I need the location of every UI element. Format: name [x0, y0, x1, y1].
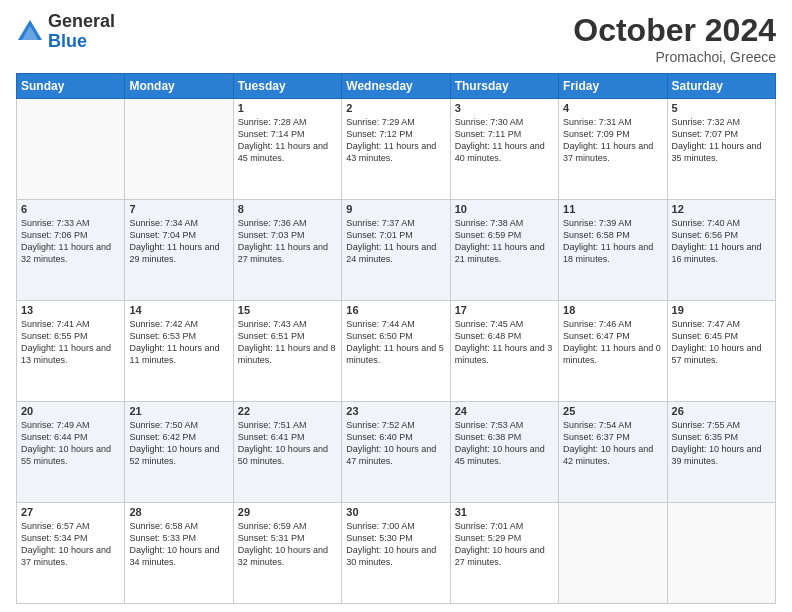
table-row: 13Sunrise: 7:41 AM Sunset: 6:55 PM Dayli… — [17, 301, 125, 402]
col-sunday: Sunday — [17, 74, 125, 99]
day-number: 21 — [129, 405, 228, 417]
table-row: 19Sunrise: 7:47 AM Sunset: 6:45 PM Dayli… — [667, 301, 775, 402]
day-content: Sunrise: 7:00 AM Sunset: 5:30 PM Dayligh… — [346, 520, 445, 569]
table-row: 31Sunrise: 7:01 AM Sunset: 5:29 PM Dayli… — [450, 503, 558, 604]
table-row: 20Sunrise: 7:49 AM Sunset: 6:44 PM Dayli… — [17, 402, 125, 503]
table-row: 22Sunrise: 7:51 AM Sunset: 6:41 PM Dayli… — [233, 402, 341, 503]
day-content: Sunrise: 7:37 AM Sunset: 7:01 PM Dayligh… — [346, 217, 445, 266]
col-thursday: Thursday — [450, 74, 558, 99]
calendar-week-row: 13Sunrise: 7:41 AM Sunset: 6:55 PM Dayli… — [17, 301, 776, 402]
month-year: October 2024 — [573, 12, 776, 49]
day-number: 1 — [238, 102, 337, 114]
table-row — [667, 503, 775, 604]
day-number: 6 — [21, 203, 120, 215]
table-row: 28Sunrise: 6:58 AM Sunset: 5:33 PM Dayli… — [125, 503, 233, 604]
day-number: 14 — [129, 304, 228, 316]
table-row — [559, 503, 667, 604]
day-content: Sunrise: 7:39 AM Sunset: 6:58 PM Dayligh… — [563, 217, 662, 266]
day-number: 23 — [346, 405, 445, 417]
day-number: 25 — [563, 405, 662, 417]
day-number: 31 — [455, 506, 554, 518]
day-number: 28 — [129, 506, 228, 518]
table-row: 10Sunrise: 7:38 AM Sunset: 6:59 PM Dayli… — [450, 200, 558, 301]
col-tuesday: Tuesday — [233, 74, 341, 99]
table-row: 21Sunrise: 7:50 AM Sunset: 6:42 PM Dayli… — [125, 402, 233, 503]
col-wednesday: Wednesday — [342, 74, 450, 99]
calendar-table: Sunday Monday Tuesday Wednesday Thursday… — [16, 73, 776, 604]
day-number: 27 — [21, 506, 120, 518]
day-content: Sunrise: 6:59 AM Sunset: 5:31 PM Dayligh… — [238, 520, 337, 569]
logo-icon — [16, 18, 44, 46]
table-row: 25Sunrise: 7:54 AM Sunset: 6:37 PM Dayli… — [559, 402, 667, 503]
day-number: 3 — [455, 102, 554, 114]
day-number: 15 — [238, 304, 337, 316]
table-row: 5Sunrise: 7:32 AM Sunset: 7:07 PM Daylig… — [667, 99, 775, 200]
day-content: Sunrise: 7:28 AM Sunset: 7:14 PM Dayligh… — [238, 116, 337, 165]
calendar-week-row: 6Sunrise: 7:33 AM Sunset: 7:06 PM Daylig… — [17, 200, 776, 301]
day-number: 5 — [672, 102, 771, 114]
calendar-week-row: 20Sunrise: 7:49 AM Sunset: 6:44 PM Dayli… — [17, 402, 776, 503]
day-content: Sunrise: 7:45 AM Sunset: 6:48 PM Dayligh… — [455, 318, 554, 367]
table-row: 4Sunrise: 7:31 AM Sunset: 7:09 PM Daylig… — [559, 99, 667, 200]
table-row: 18Sunrise: 7:46 AM Sunset: 6:47 PM Dayli… — [559, 301, 667, 402]
page: General Blue October 2024 Promachoi, Gre… — [0, 0, 792, 612]
location: Promachoi, Greece — [573, 49, 776, 65]
day-number: 29 — [238, 506, 337, 518]
header: General Blue October 2024 Promachoi, Gre… — [16, 12, 776, 65]
col-friday: Friday — [559, 74, 667, 99]
day-content: Sunrise: 7:36 AM Sunset: 7:03 PM Dayligh… — [238, 217, 337, 266]
day-content: Sunrise: 7:44 AM Sunset: 6:50 PM Dayligh… — [346, 318, 445, 367]
day-content: Sunrise: 7:41 AM Sunset: 6:55 PM Dayligh… — [21, 318, 120, 367]
day-number: 13 — [21, 304, 120, 316]
day-content: Sunrise: 7:52 AM Sunset: 6:40 PM Dayligh… — [346, 419, 445, 468]
day-number: 20 — [21, 405, 120, 417]
day-number: 17 — [455, 304, 554, 316]
logo-general: General — [48, 12, 115, 32]
day-number: 18 — [563, 304, 662, 316]
day-number: 2 — [346, 102, 445, 114]
day-number: 12 — [672, 203, 771, 215]
day-content: Sunrise: 7:47 AM Sunset: 6:45 PM Dayligh… — [672, 318, 771, 367]
day-number: 8 — [238, 203, 337, 215]
day-content: Sunrise: 6:58 AM Sunset: 5:33 PM Dayligh… — [129, 520, 228, 569]
table-row: 6Sunrise: 7:33 AM Sunset: 7:06 PM Daylig… — [17, 200, 125, 301]
day-number: 22 — [238, 405, 337, 417]
table-row: 29Sunrise: 6:59 AM Sunset: 5:31 PM Dayli… — [233, 503, 341, 604]
day-content: Sunrise: 7:55 AM Sunset: 6:35 PM Dayligh… — [672, 419, 771, 468]
day-number: 4 — [563, 102, 662, 114]
col-saturday: Saturday — [667, 74, 775, 99]
table-row: 17Sunrise: 7:45 AM Sunset: 6:48 PM Dayli… — [450, 301, 558, 402]
logo: General Blue — [16, 12, 115, 52]
day-content: Sunrise: 6:57 AM Sunset: 5:34 PM Dayligh… — [21, 520, 120, 569]
table-row: 26Sunrise: 7:55 AM Sunset: 6:35 PM Dayli… — [667, 402, 775, 503]
day-content: Sunrise: 7:42 AM Sunset: 6:53 PM Dayligh… — [129, 318, 228, 367]
day-number: 10 — [455, 203, 554, 215]
table-row: 2Sunrise: 7:29 AM Sunset: 7:12 PM Daylig… — [342, 99, 450, 200]
day-number: 26 — [672, 405, 771, 417]
table-row: 7Sunrise: 7:34 AM Sunset: 7:04 PM Daylig… — [125, 200, 233, 301]
day-number: 11 — [563, 203, 662, 215]
table-row — [125, 99, 233, 200]
table-row: 12Sunrise: 7:40 AM Sunset: 6:56 PM Dayli… — [667, 200, 775, 301]
table-row: 3Sunrise: 7:30 AM Sunset: 7:11 PM Daylig… — [450, 99, 558, 200]
table-row: 11Sunrise: 7:39 AM Sunset: 6:58 PM Dayli… — [559, 200, 667, 301]
day-content: Sunrise: 7:54 AM Sunset: 6:37 PM Dayligh… — [563, 419, 662, 468]
day-content: Sunrise: 7:51 AM Sunset: 6:41 PM Dayligh… — [238, 419, 337, 468]
logo-text: General Blue — [48, 12, 115, 52]
table-row: 24Sunrise: 7:53 AM Sunset: 6:38 PM Dayli… — [450, 402, 558, 503]
day-content: Sunrise: 7:29 AM Sunset: 7:12 PM Dayligh… — [346, 116, 445, 165]
table-row: 8Sunrise: 7:36 AM Sunset: 7:03 PM Daylig… — [233, 200, 341, 301]
calendar-week-row: 27Sunrise: 6:57 AM Sunset: 5:34 PM Dayli… — [17, 503, 776, 604]
table-row: 14Sunrise: 7:42 AM Sunset: 6:53 PM Dayli… — [125, 301, 233, 402]
day-content: Sunrise: 7:40 AM Sunset: 6:56 PM Dayligh… — [672, 217, 771, 266]
day-content: Sunrise: 7:34 AM Sunset: 7:04 PM Dayligh… — [129, 217, 228, 266]
day-content: Sunrise: 7:30 AM Sunset: 7:11 PM Dayligh… — [455, 116, 554, 165]
table-row: 9Sunrise: 7:37 AM Sunset: 7:01 PM Daylig… — [342, 200, 450, 301]
day-number: 7 — [129, 203, 228, 215]
day-content: Sunrise: 7:31 AM Sunset: 7:09 PM Dayligh… — [563, 116, 662, 165]
day-content: Sunrise: 7:43 AM Sunset: 6:51 PM Dayligh… — [238, 318, 337, 367]
calendar-week-row: 1Sunrise: 7:28 AM Sunset: 7:14 PM Daylig… — [17, 99, 776, 200]
logo-blue: Blue — [48, 32, 115, 52]
day-content: Sunrise: 7:01 AM Sunset: 5:29 PM Dayligh… — [455, 520, 554, 569]
day-content: Sunrise: 7:50 AM Sunset: 6:42 PM Dayligh… — [129, 419, 228, 468]
